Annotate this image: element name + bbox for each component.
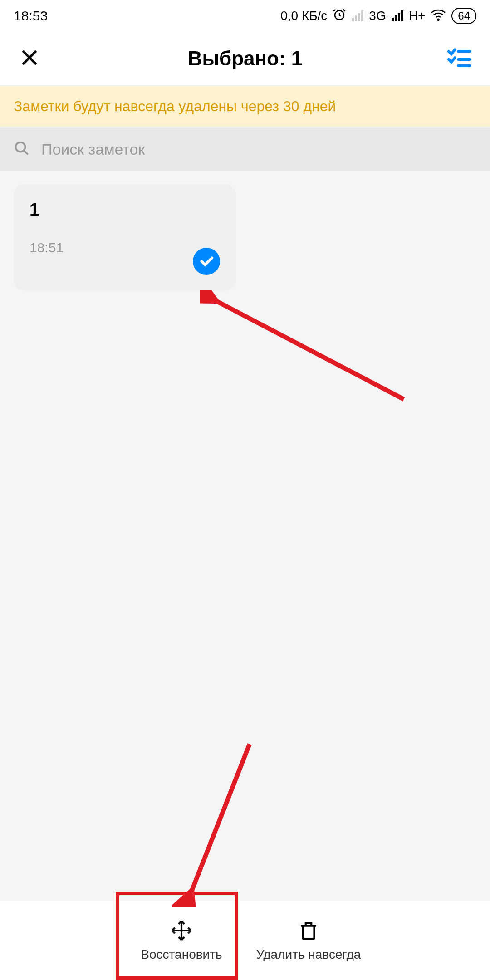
select-all-button[interactable] (447, 46, 472, 71)
annotation-arrow-1 (200, 290, 417, 413)
search-bar[interactable]: Поиск заметок (0, 128, 490, 171)
info-banner: Заметки будут навсегда удалены через 30 … (0, 86, 490, 128)
data-speed: 0,0 КБ/с (280, 9, 327, 23)
status-time: 18:53 (14, 8, 48, 24)
status-right: 0,0 КБ/с 3G H+ (280, 7, 476, 25)
svg-line-11 (213, 299, 404, 399)
delete-label: Удалить навсегда (256, 947, 361, 962)
banner-text: Заметки будут навсегда удалены через 30 … (14, 98, 476, 115)
svg-line-12 (191, 744, 250, 894)
svg-point-7 (16, 142, 25, 152)
alarm-icon (333, 8, 346, 24)
header-title: Выбрано: 1 (188, 47, 303, 70)
svg-point-1 (438, 19, 439, 20)
delete-forever-button[interactable]: Удалить навсегда (245, 901, 372, 980)
signal-2-icon (392, 10, 403, 21)
battery-indicator: 64 (451, 8, 476, 24)
search-icon (14, 140, 30, 158)
restore-button[interactable]: Восстановить (118, 901, 245, 980)
search-placeholder: Поиск заметок (41, 141, 145, 158)
bottom-action-bar: Восстановить Удалить навсегда (0, 901, 490, 980)
notes-list: 1 18:51 (0, 171, 490, 304)
network-2: H+ (409, 9, 426, 23)
signal-1-icon (352, 10, 363, 21)
note-time: 18:51 (29, 240, 220, 255)
note-title: 1 (29, 200, 220, 220)
note-card[interactable]: 1 18:51 (14, 184, 236, 291)
restore-label: Восстановить (141, 947, 222, 962)
svg-line-8 (24, 151, 28, 155)
status-bar: 18:53 0,0 КБ/с 3G H+ (0, 0, 490, 32)
annotation-arrow-2 (172, 735, 263, 907)
network-1: 3G (369, 9, 386, 23)
selected-checkmark-icon[interactable] (193, 248, 220, 275)
wifi-icon (431, 7, 446, 25)
close-button[interactable] (18, 46, 41, 71)
selection-header: Выбрано: 1 (0, 32, 490, 86)
